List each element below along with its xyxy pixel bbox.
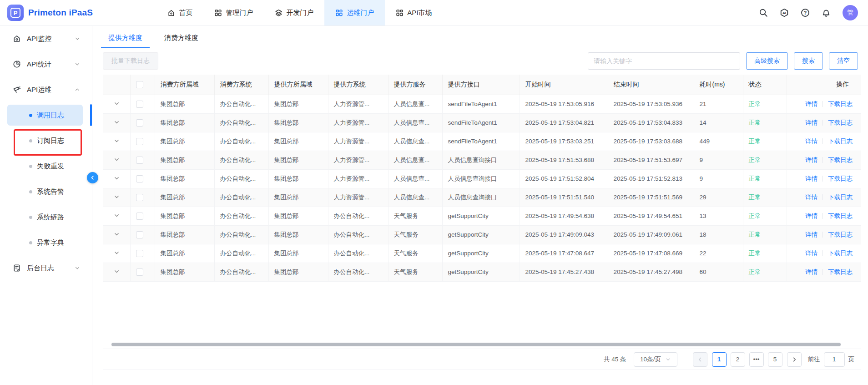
table-cell: 办公自动化... [328,225,388,244]
sidebar-item-订阅日志[interactable]: 订阅日志 [0,128,92,153]
nav-label: 开发门户 [286,9,313,17]
clear-button[interactable]: 清空 [829,52,858,70]
row-checkbox[interactable] [136,213,143,220]
expand-row-icon[interactable] [114,232,120,238]
pie-icon [13,60,27,68]
status-badge: 正常 [749,175,761,182]
expand-row-icon[interactable] [114,157,120,164]
download-log-link[interactable]: 下载日志 [828,101,853,107]
table-row[interactable]: 集团总部办公自动化...集团总部人力资源管...人员信息查...人员信息查询接口… [103,169,861,188]
detail-link[interactable]: 详情 [805,138,818,145]
row-checkbox[interactable] [136,101,143,108]
download-log-link[interactable]: 下载日志 [828,194,853,201]
detail-link[interactable]: 详情 [805,101,818,107]
batch-download-button[interactable]: 批量下载日志 [103,52,158,70]
row-checkbox[interactable] [136,250,143,257]
advanced-search-button[interactable]: 高级搜索 [746,52,788,70]
help-icon[interactable]: ? [801,8,810,17]
topbar-nav-item[interactable]: 首页 [156,0,203,25]
download-log-link[interactable]: 下载日志 [828,157,853,163]
detail-link[interactable]: 详情 [805,119,818,126]
page-button-1[interactable]: 1 [712,352,727,367]
download-log-link[interactable]: 下载日志 [828,231,853,238]
table-row[interactable]: 集团总部办公自动化...集团总部人力资源管...人员信息查...sendFile… [103,95,861,113]
download-log-link[interactable]: 下载日志 [828,138,853,145]
expand-row-icon[interactable] [114,176,120,182]
download-log-link[interactable]: 下载日志 [828,268,853,275]
sidebar-item-异常字典[interactable]: 异常字典 [0,230,92,255]
table-row[interactable]: 集团总部办公自动化...集团总部人力资源管...人员信息查...sendFile… [103,132,861,151]
detail-link[interactable]: 详情 [805,268,818,275]
download-log-link[interactable]: 下载日志 [828,175,853,182]
download-log-link[interactable]: 下载日志 [828,119,853,126]
expand-row-icon[interactable] [114,138,120,145]
nav-label: API市场 [407,9,432,17]
page-button-5[interactable]: 5 [768,352,782,367]
row-checkbox[interactable] [136,157,143,164]
detail-link[interactable]: 详情 [805,194,818,201]
table-cell: 集团总部 [155,169,214,188]
table-row[interactable]: 集团总部办公自动化...集团总部人力资源管...人员信息查...sendFile… [103,113,861,132]
table-row[interactable]: 集团总部办公自动化...集团总部人力资源管...人员信息查...人员信息查询接口… [103,188,861,207]
sidebar-item-系统链路[interactable]: 系统链路 [0,204,92,230]
topbar-nav-item[interactable]: 开发门户 [264,0,324,25]
download-log-link[interactable]: 下载日志 [828,213,853,219]
sidebar-group-label: 后台日志 [27,264,54,273]
sidebar-group-后台日志[interactable]: 后台日志 [0,255,92,281]
bell-icon[interactable] [822,8,831,17]
goto-page-input[interactable] [824,352,845,367]
topbar-nav-item[interactable]: 管理门户 [203,0,264,25]
tab-消费方维度[interactable]: 消费方维度 [163,28,199,48]
sidebar-group-API监控[interactable]: API监控 [0,26,92,51]
avatar[interactable]: 管 [843,5,858,20]
detail-link[interactable]: 详情 [805,250,818,257]
topbar-nav-item[interactable]: 运维门户 [324,0,385,25]
sidebar-collapse-button[interactable] [87,172,98,183]
table-row[interactable]: 集团总部办公自动化...集团总部办公自动化...天气服务getSupportCi… [103,225,861,244]
sidebar-item-调用日志[interactable]: 调用日志 [0,102,92,128]
detail-link[interactable]: 详情 [805,231,818,238]
table-row[interactable]: 集团总部办公自动化...集团总部办公自动化...天气服务getSupportCi… [103,263,861,281]
row-checkbox[interactable] [136,268,143,276]
sidebar-group-API运维[interactable]: API运维 [0,77,92,102]
page-ellipsis-button[interactable]: ••• [749,352,764,367]
sidebar-item-系统告警[interactable]: 系统告警 [0,179,92,204]
download-log-link[interactable]: 下载日志 [828,250,853,257]
expand-row-icon[interactable] [114,250,120,257]
horizontal-scrollbar[interactable] [111,343,841,346]
row-checkbox[interactable] [136,194,143,201]
brand[interactable]: P Primeton iPaaS [0,0,102,25]
ai-icon[interactable]: AI [780,8,789,17]
row-checkbox[interactable] [136,231,143,238]
row-checkbox[interactable] [136,119,143,127]
col-provider-api: 提供方接口 [442,75,520,95]
table-cell: 天气服务 [388,225,442,244]
prev-page-button[interactable] [693,352,707,367]
table-cell: 2025-05-19 17:49:54.638 [520,207,608,225]
expand-row-icon[interactable] [114,194,120,201]
sidebar-group-API统计[interactable]: API统计 [0,51,92,77]
next-page-button[interactable] [787,352,802,367]
select-all-checkbox[interactable] [136,81,143,88]
detail-link[interactable]: 详情 [805,157,818,163]
detail-link[interactable]: 详情 [805,175,818,182]
expand-row-icon[interactable] [114,120,120,127]
keyword-search-input[interactable] [588,52,740,70]
row-checkbox[interactable] [136,138,143,145]
detail-link[interactable]: 详情 [805,213,818,219]
search-icon[interactable] [759,8,768,17]
expand-row-icon[interactable] [114,101,120,108]
page-size-select[interactable]: 10条/页 [634,352,677,367]
page-button-2[interactable]: 2 [731,352,745,367]
table-row[interactable]: 集团总部办公自动化...集团总部办公自动化...天气服务getSupportCi… [103,244,861,263]
table-row[interactable]: 集团总部办公自动化...集团总部办公自动化...天气服务getSupportCi… [103,207,861,225]
sidebar-item-失败重发[interactable]: 失败重发 [0,153,92,179]
search-button[interactable]: 搜索 [794,52,823,70]
row-checkbox[interactable] [136,175,143,182]
topbar-nav-item[interactable]: API市场 [385,0,443,25]
expand-row-icon[interactable] [114,269,120,276]
table-row[interactable]: 集团总部办公自动化...集团总部人力资源管...人员信息查...人员信息查询接口… [103,151,861,169]
table-cell: getSupportCity [442,244,520,263]
expand-row-icon[interactable] [114,213,120,220]
tab-提供方维度[interactable]: 提供方维度 [107,28,143,48]
